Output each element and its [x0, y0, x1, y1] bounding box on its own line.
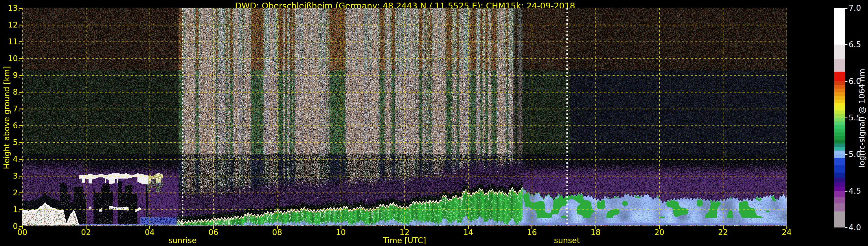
y-tick-label: 10.	[0, 54, 20, 63]
x-tick-label: 02	[74, 228, 97, 237]
y-tick-label: 7.	[0, 105, 20, 113]
x-tick-label: 08	[266, 228, 289, 237]
x-tick-label: 18	[584, 228, 607, 237]
x-tick-mark	[531, 226, 532, 229]
x-tick-mark	[213, 226, 214, 229]
y-tick-label: 11.	[0, 38, 20, 46]
x-tick-mark	[723, 226, 724, 229]
x-tick-label: 06	[202, 228, 225, 237]
y-tick-label: 5.	[0, 139, 20, 147]
y-tick-mark	[20, 109, 22, 110]
y-tick-mark	[20, 176, 22, 177]
colorbar-tick-mark	[845, 191, 847, 192]
colorbar-tick-mark	[845, 44, 847, 45]
y-tick-label: 9.	[0, 71, 20, 79]
y-tick-mark	[20, 159, 22, 160]
y-tick-mark	[20, 209, 22, 210]
colorbar-tick-mark	[845, 154, 847, 155]
colorbar-label: log(rc-signal) @ 1064 nm	[857, 60, 866, 176]
x-tick-mark	[149, 226, 150, 229]
x-tick-label: 20	[648, 228, 671, 237]
colorbar-tick-mark	[845, 8, 847, 9]
colorbar-tick-label: 6.5	[848, 40, 861, 49]
x-tick-mark	[404, 226, 405, 229]
y-tick-label: 6.	[0, 122, 20, 130]
y-tick-label: 12.	[0, 21, 20, 29]
x-tick-label: 00	[11, 228, 34, 237]
y-tick-mark	[20, 75, 22, 76]
y-tick-mark	[20, 142, 22, 143]
x-tick-mark	[786, 226, 787, 229]
x-tick-mark	[341, 226, 341, 229]
lidar-heatmap-canvas	[22, 8, 787, 226]
x-tick-mark	[86, 226, 87, 229]
x-tick-mark	[22, 226, 23, 229]
x-tick-mark	[659, 226, 660, 229]
sunset-label: sunset	[538, 236, 596, 245]
y-tick-mark	[20, 8, 22, 9]
colorbar-tick-mark	[845, 81, 847, 82]
x-tick-label: 04	[138, 228, 161, 237]
y-tick-label: 3.	[0, 172, 20, 180]
y-tick-mark	[20, 41, 22, 42]
y-tick-mark	[20, 58, 22, 59]
x-tick-mark	[468, 226, 469, 229]
colorbar-tick-mark	[845, 118, 847, 118]
y-tick-label: 2.	[0, 189, 20, 197]
x-axis-label: Time [UTC]	[361, 236, 448, 245]
x-tick-label: 24	[775, 228, 798, 237]
y-tick-label: 4.	[0, 155, 20, 163]
colorbar-tick-label: 7.0	[848, 4, 861, 12]
y-tick-mark	[20, 192, 22, 193]
x-tick-label: 22	[711, 228, 735, 237]
lidar-quicklook-page: DWD: Oberschleißheim (Germany; 48.2443 N…	[0, 0, 868, 246]
x-tick-label: 14	[457, 228, 480, 237]
colorbar-tick-mark	[845, 227, 847, 228]
x-tick-mark	[277, 226, 278, 229]
colorbar-tick-label: 4.0	[848, 223, 861, 232]
y-tick-mark	[20, 25, 22, 26]
colorbar	[834, 8, 845, 227]
y-tick-mark	[20, 125, 22, 126]
y-tick-label: 8.	[0, 88, 20, 96]
y-tick-mark	[20, 92, 22, 93]
x-tick-label: 16	[520, 228, 544, 237]
sunrise-label: sunrise	[154, 236, 212, 245]
y-tick-label: 1.	[0, 206, 20, 214]
x-tick-label: 10	[329, 228, 352, 237]
colorbar-tick-label: 4.5	[848, 187, 861, 195]
x-tick-label: 12	[393, 228, 416, 237]
y-tick-label: 13.	[0, 4, 20, 12]
x-tick-mark	[595, 226, 596, 229]
